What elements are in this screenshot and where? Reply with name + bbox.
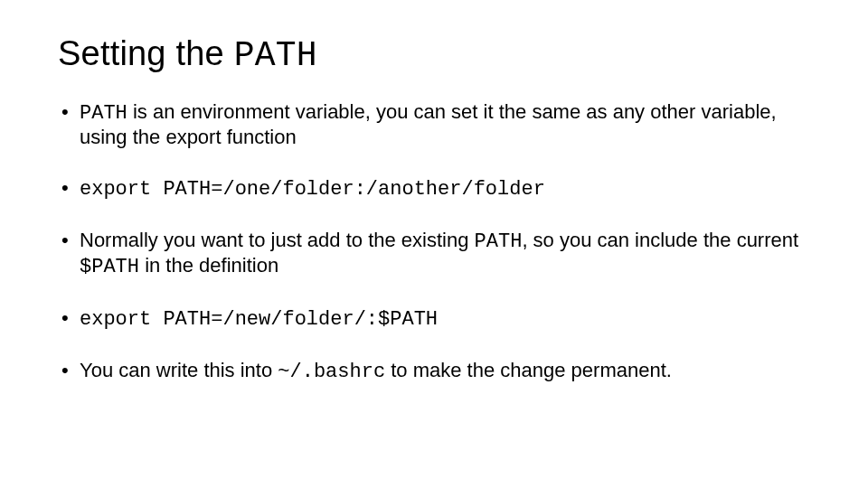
bullet-5-mono: ~/.bashrc — [278, 361, 385, 383]
bullet-5: You can write this into ~/.bashrc to mak… — [58, 359, 810, 384]
slide-title: Setting the PATH — [58, 34, 810, 75]
bullet-5-text-1: You can write this into — [80, 359, 278, 381]
bullet-3-text-2: , so you can include the current — [522, 229, 798, 251]
bullet-3: Normally you want to just add to the exi… — [58, 229, 810, 279]
title-mono: PATH — [234, 36, 317, 75]
title-text: Setting the — [58, 34, 234, 72]
slide: Setting the PATH PATH is an environment … — [0, 0, 868, 488]
bullet-4: export PATH=/new/folder/:$PATH — [58, 306, 810, 332]
bullet-1-mono: PATH — [80, 102, 127, 125]
bullet-5-text-2: to make the change permanent. — [385, 359, 672, 381]
bullet-1: PATH is an environment variable, you can… — [58, 100, 810, 149]
bullet-3-mono-2: $PATH — [80, 256, 139, 278]
bullet-2-mono: export PATH=/one/folder:/another/folder — [80, 178, 545, 201]
bullet-4-mono: export PATH=/new/folder/:$PATH — [80, 308, 438, 331]
bullet-1-text: is an environment variable, you can set … — [80, 100, 777, 148]
bullet-2: export PATH=/one/folder:/another/folder — [58, 176, 810, 202]
bullet-3-text-3: in the definition — [139, 254, 278, 277]
bullet-3-mono-1: PATH — [475, 230, 523, 253]
bullet-3-text-1: Normally you want to just add to the exi… — [80, 229, 475, 251]
bullet-list: PATH is an environment variable, you can… — [58, 100, 810, 384]
